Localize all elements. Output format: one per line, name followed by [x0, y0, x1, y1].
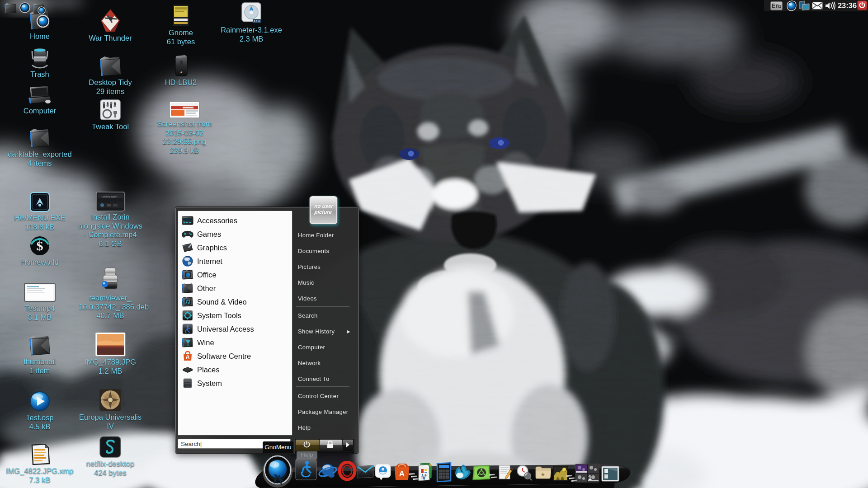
- svg-text:$: $: [37, 238, 43, 253]
- svg-text:A: A: [399, 469, 405, 478]
- svg-text:23:36: 23:36: [838, 1, 857, 9]
- svg-text:Loading again...: Loading again...: [101, 195, 119, 198]
- svg-text:3.1.0: 3.1.0: [254, 20, 260, 23]
- svg-text:A: A: [186, 354, 190, 360]
